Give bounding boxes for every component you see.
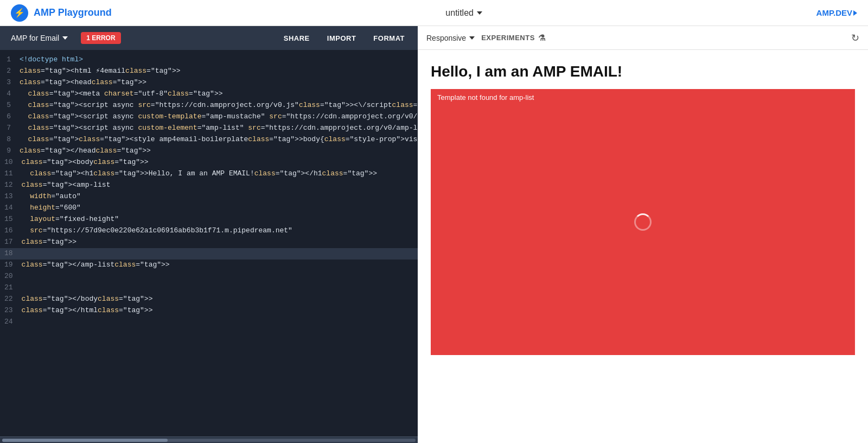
experiments-label: EXPERIMENTS (481, 34, 535, 42)
line-content: class="tag"><amp-list (22, 180, 111, 191)
line-content: class="tag"><headclass="tag">> (20, 77, 146, 88)
line-number: 10 (4, 157, 22, 168)
line-number: 5 (4, 100, 20, 111)
line-number: 16 (4, 225, 22, 237)
code-line-5: 5 class="tag"><script async src="https:/… (0, 100, 418, 111)
preview-heading: Hello, I am an AMP EMAIL! (431, 63, 855, 80)
code-line-19: 19class="tag"></amp-listclass="tag">> (0, 260, 418, 271)
refresh-icon: ↻ (851, 33, 859, 43)
code-line-24: 24 (0, 317, 418, 328)
line-content: <!doctype html> (20, 54, 83, 66)
line-content: class="tag"><script async custom-element… (20, 123, 417, 134)
code-line-6: 6 class="tag"><script async custom-templ… (0, 111, 418, 123)
document-name-button[interactable]: untitled (445, 8, 482, 18)
top-bar-left: ⚡ AMP Playground (11, 4, 112, 22)
line-number: 24 (4, 317, 22, 328)
amp-logo: ⚡ (11, 4, 28, 22)
line-number: 14 (4, 202, 22, 214)
line-number: 15 (4, 214, 22, 225)
code-line-21: 21 (0, 282, 418, 294)
mode-selector[interactable]: AMP for Email (7, 31, 72, 45)
editor-toolbar: AMP for Email 1 ERROR SHARE IMPORT FORMA… (0, 26, 418, 50)
line-number: 20 (4, 271, 22, 282)
ampdev-link[interactable]: AMP.DEV (816, 8, 857, 17)
line-number: 8 (4, 134, 20, 145)
line-content: height="600" (22, 202, 81, 214)
top-bar-right: AMP.DEV (816, 8, 857, 17)
code-line-13: 13 width="auto" (0, 191, 418, 202)
format-button[interactable]: FORMAT (367, 31, 411, 46)
code-line-15: 15 layout="fixed-height" (0, 214, 418, 225)
mode-chevron-icon (62, 36, 68, 40)
line-number: 9 (4, 145, 20, 157)
line-number: 11 (4, 168, 22, 180)
experiments-button[interactable]: EXPERIMENTS ⚗ (481, 33, 545, 43)
line-number: 2 (4, 66, 20, 77)
import-button[interactable]: IMPORT (321, 31, 363, 46)
main-area: AMP for Email 1 ERROR SHARE IMPORT FORMA… (0, 26, 868, 443)
code-line-4: 4 class="tag"><meta charset="utf-8"class… (0, 88, 418, 100)
scrollbar-thumb (2, 439, 168, 442)
code-line-14: 14 height="600" (0, 202, 418, 214)
line-content: class="tag"></amp-listclass="tag">> (22, 260, 170, 271)
line-number: 7 (4, 123, 20, 134)
scrollbar-track (2, 439, 416, 442)
line-number: 22 (4, 294, 22, 305)
preview-content: Hello, I am an AMP EMAIL! Template not f… (418, 50, 868, 443)
code-line-8: 8 class="tag">class="tag"><style amp4ema… (0, 134, 418, 145)
code-line-3: 3class="tag"><headclass="tag">> (0, 77, 418, 88)
line-number: 3 (4, 77, 20, 88)
line-content: class="tag"><bodyclass="tag">> (22, 157, 149, 168)
preview-pane: Responsive EXPERIMENTS ⚗ ↻ Hello, I am a… (418, 26, 868, 443)
amp-bolt-icon: ⚡ (14, 8, 25, 18)
line-number: 23 (4, 305, 22, 317)
line-number: 12 (4, 180, 22, 191)
code-line-16: 16 src="https://57d9ec0e220e62a1c06916ab… (0, 225, 418, 237)
code-line-7: 7 class="tag"><script async custom-eleme… (0, 123, 418, 134)
line-content: class="tag"></headclass="tag">> (20, 145, 151, 157)
app-title: AMP Playground (34, 7, 112, 18)
line-content: class="tag"><html ⚡4emailclass="tag">> (20, 66, 181, 77)
refresh-button[interactable]: ↻ (851, 32, 859, 44)
line-content: class="tag"><meta charset="utf-8"class="… (20, 88, 223, 100)
document-name-area: untitled (445, 8, 482, 18)
top-nav-bar: ⚡ AMP Playground untitled AMP.DEV (0, 0, 868, 26)
error-badge[interactable]: 1 ERROR (81, 32, 120, 44)
share-button[interactable]: SHARE (277, 31, 316, 46)
preview-toolbar: Responsive EXPERIMENTS ⚗ ↻ (418, 26, 868, 50)
document-name-label: untitled (445, 8, 474, 18)
code-line-17: 17class="tag">> (0, 237, 418, 248)
code-editor[interactable]: 1<!doctype html>2class="tag"><html ⚡4ema… (0, 50, 418, 436)
code-line-22: 22class="tag"></bodyclass="tag">> (0, 294, 418, 305)
line-number: 1 (4, 54, 20, 66)
line-number: 17 (4, 237, 22, 248)
responsive-label: Responsive (426, 34, 466, 42)
error-message: Template not found for amp-list (431, 89, 855, 106)
code-line-23: 23class="tag"></htmlclass="tag">> (0, 305, 418, 317)
line-number: 4 (4, 88, 20, 100)
line-content: class="tag"></bodyclass="tag">> (22, 294, 153, 305)
code-line-10: 10class="tag"><bodyclass="tag">> (0, 157, 418, 168)
line-number: 18 (4, 248, 22, 260)
flask-icon: ⚗ (538, 33, 546, 43)
line-content: width="auto" (22, 191, 81, 202)
line-number: 19 (4, 260, 22, 271)
responsive-selector[interactable]: Responsive (426, 34, 475, 42)
line-content: class="tag"><script async custom-templat… (20, 111, 418, 123)
ampdev-label: AMP.DEV (816, 8, 852, 17)
line-content: src="https://57d9ec0e220e62a1c06916ab6b3… (22, 225, 292, 237)
line-number: 21 (4, 282, 22, 294)
line-content: class="tag"></htmlclass="tag">> (22, 305, 153, 317)
mode-label: AMP for Email (11, 34, 59, 42)
line-content: class="tag"><script async src="https://c… (20, 100, 418, 111)
line-content: layout="fixed-height" (22, 214, 119, 225)
editor-scrollbar[interactable] (0, 436, 418, 443)
line-content: class="tag">> (22, 237, 76, 248)
line-content: class="tag">class="tag"><style amp4email… (20, 134, 418, 145)
line-content: class="tag"><h1class="tag">>Hello, I am … (22, 168, 377, 180)
code-line-11: 11 class="tag"><h1class="tag">>Hello, I … (0, 168, 418, 180)
line-number: 6 (4, 111, 20, 123)
code-line-12: 12class="tag"><amp-list (0, 180, 418, 191)
loading-spinner (634, 213, 652, 231)
code-line-9: 9class="tag"></headclass="tag">> (0, 145, 418, 157)
